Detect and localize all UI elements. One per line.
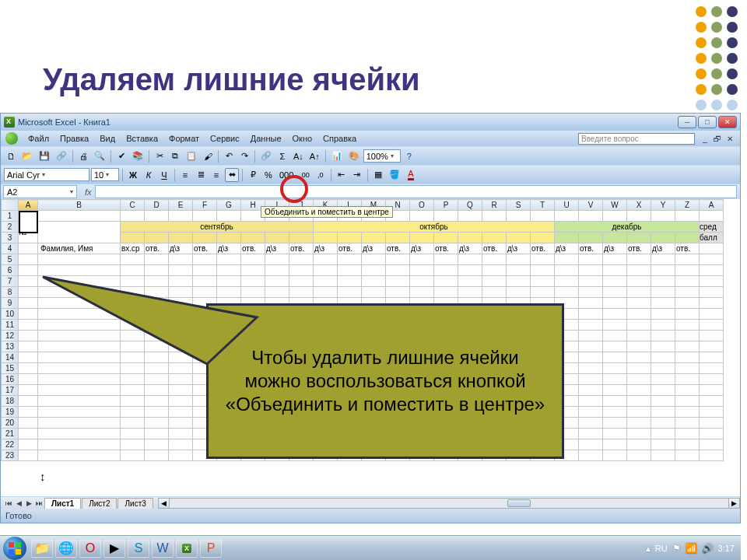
font-size-combo[interactable]: 10▾ <box>91 168 119 181</box>
sort-desc-icon[interactable]: A↑ <box>307 149 322 163</box>
cut-icon[interactable]: ✂ <box>153 149 167 163</box>
mdi-restore[interactable]: 🗗 <box>712 135 723 143</box>
save-icon[interactable]: 💾 <box>37 149 52 163</box>
name-box[interactable]: A2▾ <box>3 185 77 198</box>
close-button[interactable]: ✕ <box>718 116 737 128</box>
drawing-icon[interactable]: 🎨 <box>346 149 362 163</box>
status-text: Готово <box>5 511 32 520</box>
standard-toolbar: 🗋 📂 💾 🔗 🖨 🔍 ✔ 📚 ✂ ⧉ 📋 🖌 ↶ ↷ 🔗 Σ A↓ A↑ 📊 … <box>1 146 740 165</box>
menu-tools[interactable]: Сервис <box>205 132 245 145</box>
fill-color-icon[interactable]: 🪣 <box>387 168 402 182</box>
zoom-combo[interactable]: 100%▾ <box>363 149 401 163</box>
hyperlink-icon[interactable]: 🔗 <box>258 149 274 163</box>
dec-decimal-icon[interactable]: ,0 <box>314 168 328 182</box>
formula-bar[interactable] <box>95 185 737 198</box>
slide-title: Удаляем лишние ячейки <box>43 62 420 97</box>
tab-last-icon[interactable]: ⏭ <box>34 499 44 507</box>
sheet-tab-bar: ⏮ ◀ ▶ ⏭ Лист1 Лист2 Лист3 ◀ ▶ <box>1 496 740 509</box>
mdi-minimize[interactable]: _ <box>700 135 710 143</box>
office-orb-icon[interactable] <box>5 132 18 145</box>
tray-lang[interactable]: RU <box>655 544 668 553</box>
maximize-button[interactable]: □ <box>698 116 717 128</box>
permalink-icon[interactable]: 🔗 <box>54 149 69 163</box>
open-icon[interactable]: 📂 <box>19 149 35 163</box>
taskbar: 📁 🌐 O ▶ S W P ▴ RU ⚑ 📶 🔊 3:17 <box>0 535 741 560</box>
task-ppt-icon[interactable]: P <box>200 539 222 558</box>
print-icon[interactable]: 🖨 <box>76 149 90 163</box>
sort-asc-icon[interactable]: A↓ <box>291 149 306 163</box>
spellcheck-icon[interactable]: ✔ <box>114 149 128 163</box>
font-combo[interactable]: Arial Cyr▾ <box>4 168 89 181</box>
new-icon[interactable]: 🗋 <box>4 149 18 163</box>
align-center-icon[interactable]: ≣ <box>194 168 208 182</box>
menu-edit[interactable]: Правка <box>54 132 94 145</box>
callout-arrow-tip: ↕ <box>40 470 46 483</box>
hscroll-left-icon[interactable]: ◀ <box>159 499 170 508</box>
help-icon[interactable]: ? <box>402 149 416 163</box>
hscroll-track[interactable]: ◀ ▶ <box>158 498 740 509</box>
fx-icon[interactable]: fx <box>85 187 92 197</box>
format-painter-icon[interactable]: 🖌 <box>201 149 215 163</box>
callout-text: Чтобы удалить лишние ячейки можно воспол… <box>223 346 548 416</box>
task-skype-icon[interactable]: S <box>128 539 149 558</box>
currency-icon[interactable]: ₽ <box>246 168 260 182</box>
percent-icon[interactable]: % <box>261 168 275 182</box>
menu-insert[interactable]: Вставка <box>121 132 163 145</box>
undo-icon[interactable]: ↶ <box>222 149 236 163</box>
task-opera-icon[interactable]: O <box>79 539 101 558</box>
menubar: Файл Правка Вид Вставка Формат Сервис Да… <box>1 131 740 146</box>
sheet-tab-1[interactable]: Лист1 <box>44 498 81 509</box>
window-title: Microsoft Excel - Книга1 <box>18 117 110 127</box>
menu-format[interactable]: Формат <box>163 132 205 145</box>
align-right-icon[interactable]: ≡ <box>209 168 223 182</box>
tray-network-icon[interactable]: 📶 <box>686 543 697 554</box>
sheet-tab-3[interactable]: Лист3 <box>117 498 153 509</box>
redo-icon[interactable]: ↷ <box>237 149 251 163</box>
tab-next-icon[interactable]: ▶ <box>24 499 33 507</box>
paste-icon[interactable]: 📋 <box>184 149 199 163</box>
copy-icon[interactable]: ⧉ <box>168 149 182 163</box>
bold-icon[interactable]: Ж <box>126 168 140 182</box>
task-word-icon[interactable]: W <box>152 539 174 558</box>
preview-icon[interactable]: 🔍 <box>92 149 107 163</box>
formula-bar-row: A2▾ fx <box>1 184 740 199</box>
task-excel-icon[interactable] <box>176 539 198 558</box>
align-left-icon[interactable]: ≡ <box>178 168 192 182</box>
menu-window[interactable]: Окно <box>287 132 318 145</box>
dec-indent-icon[interactable]: ⇤ <box>335 168 349 182</box>
start-button[interactable] <box>3 537 26 560</box>
titlebar[interactable]: Microsoft Excel - Книга1 ─ □ ✕ <box>1 114 740 131</box>
tab-first-icon[interactable]: ⏮ <box>4 499 13 507</box>
tray-sound-icon[interactable]: 🔊 <box>702 543 714 554</box>
inc-decimal-icon[interactable]: ,00 <box>297 168 312 182</box>
task-player-icon[interactable]: ▶ <box>103 539 125 558</box>
task-browser-icon[interactable]: 🌐 <box>55 539 77 558</box>
tab-prev-icon[interactable]: ◀ <box>14 499 23 507</box>
italic-icon[interactable]: К <box>142 168 156 182</box>
tray-flag-icon[interactable]: ⚑ <box>672 543 681 554</box>
task-explorer-icon[interactable]: 📁 <box>31 539 53 558</box>
hscroll-right-icon[interactable]: ▶ <box>728 499 739 508</box>
inc-indent-icon[interactable]: ⇥ <box>350 168 364 182</box>
sheet-tab-2[interactable]: Лист2 <box>82 498 117 509</box>
merge-tooltip: Объединить и поместить в центре <box>261 206 393 218</box>
menu-help[interactable]: Справка <box>317 132 362 145</box>
ask-question-box[interactable]: Введите вопрос <box>578 133 695 145</box>
hscroll-thumb[interactable] <box>507 499 531 507</box>
font-color-icon[interactable]: А <box>404 168 418 182</box>
tray-up-icon[interactable]: ▴ <box>646 543 651 554</box>
chart-icon[interactable]: 📊 <box>329 149 345 163</box>
autosum-icon[interactable]: Σ <box>275 149 289 163</box>
merge-center-icon[interactable]: ⬌ <box>225 168 239 182</box>
mdi-close[interactable]: ✕ <box>724 135 735 143</box>
format-toolbar: Arial Cyr▾ 10▾ Ж К Ч ≡ ≣ ≡ ⬌ ₽ % 000 ,00… <box>1 165 740 184</box>
minimize-button[interactable]: ─ <box>678 116 696 128</box>
borders-icon[interactable]: ▦ <box>371 168 385 182</box>
tray-time[interactable]: 3:17 <box>718 544 735 553</box>
menu-view[interactable]: Вид <box>94 132 121 145</box>
research-icon[interactable]: 📚 <box>130 149 146 163</box>
menu-file[interactable]: Файл <box>23 132 54 145</box>
menu-data[interactable]: Данные <box>245 132 287 145</box>
comma-icon[interactable]: 000 <box>277 168 296 182</box>
underline-icon[interactable]: Ч <box>157 168 171 182</box>
